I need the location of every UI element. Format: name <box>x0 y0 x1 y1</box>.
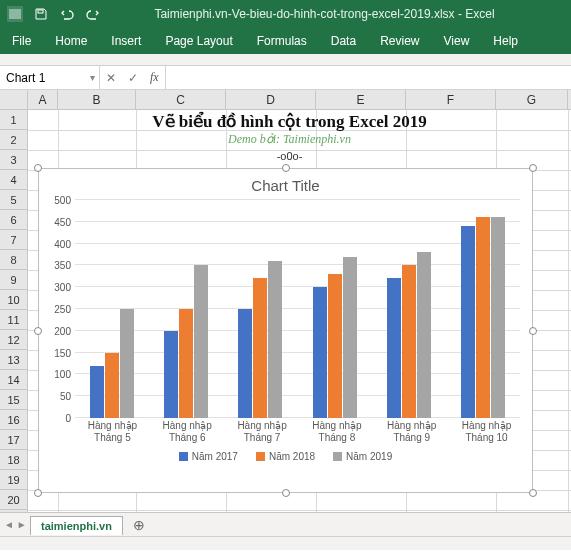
tab-view[interactable]: View <box>432 28 482 54</box>
row-header-12[interactable]: 12 <box>0 330 27 350</box>
cancel-icon[interactable]: ✕ <box>100 71 122 85</box>
bar[interactable] <box>476 217 490 418</box>
tab-page-layout[interactable]: Page Layout <box>153 28 244 54</box>
row-header-13[interactable]: 13 <box>0 350 27 370</box>
formula-bar[interactable] <box>166 66 571 89</box>
legend-swatch <box>333 452 342 461</box>
col-header-a[interactable]: A <box>28 90 58 109</box>
cells-area[interactable]: Vẽ biểu đồ hình cột trong Excel 2019 Dem… <box>28 110 571 512</box>
bar[interactable] <box>120 309 134 418</box>
row-header-20[interactable]: 20 <box>0 490 27 510</box>
row-header-8[interactable]: 8 <box>0 250 27 270</box>
col-header-c[interactable]: C <box>136 90 226 109</box>
bar-group <box>372 200 446 418</box>
bar-group <box>75 200 149 418</box>
row-header-19[interactable]: 19 <box>0 470 27 490</box>
chevron-down-icon[interactable]: ▾ <box>90 72 95 83</box>
chart-legend[interactable]: Năm 2017Năm 2018Năm 2019 <box>39 451 532 462</box>
bar[interactable] <box>417 252 431 418</box>
resize-handle[interactable] <box>529 327 537 335</box>
formula-bar-row: Chart 1 ▾ ✕ ✓ fx <box>0 66 571 90</box>
bar[interactable] <box>343 257 357 418</box>
bar[interactable] <box>402 265 416 418</box>
col-header-f[interactable]: F <box>406 90 496 109</box>
tab-insert[interactable]: Insert <box>99 28 153 54</box>
row-headers: 1234567891011121314151617181920 <box>0 110 28 512</box>
tab-formulas[interactable]: Formulas <box>245 28 319 54</box>
tab-review[interactable]: Review <box>368 28 431 54</box>
excel-app-icon <box>4 3 26 25</box>
col-header-d[interactable]: D <box>226 90 316 109</box>
svg-rect-1 <box>9 9 21 19</box>
bar[interactable] <box>194 265 208 418</box>
bar[interactable] <box>268 261 282 418</box>
col-header-g[interactable]: G <box>496 90 568 109</box>
redo-icon[interactable] <box>82 3 104 25</box>
row-header-5[interactable]: 5 <box>0 190 27 210</box>
tab-home[interactable]: Home <box>43 28 99 54</box>
row-header-1[interactable]: 1 <box>0 110 27 130</box>
bar[interactable] <box>179 309 193 418</box>
col-header-e[interactable]: E <box>316 90 406 109</box>
col-header-b[interactable]: B <box>58 90 136 109</box>
row-header-6[interactable]: 6 <box>0 210 27 230</box>
chart-title[interactable]: Chart Title <box>39 169 532 196</box>
row-header-7[interactable]: 7 <box>0 230 27 250</box>
bar-group <box>149 200 223 418</box>
undo-icon[interactable] <box>56 3 78 25</box>
save-icon[interactable] <box>30 3 52 25</box>
row-header-2[interactable]: 2 <box>0 130 27 150</box>
row-header-17[interactable]: 17 <box>0 430 27 450</box>
bar[interactable] <box>164 331 178 418</box>
tab-data[interactable]: Data <box>319 28 368 54</box>
resize-handle[interactable] <box>282 164 290 172</box>
resize-handle[interactable] <box>34 164 42 172</box>
legend-label: Năm 2017 <box>192 451 238 462</box>
legend-item[interactable]: Năm 2019 <box>333 451 392 462</box>
resize-handle[interactable] <box>529 489 537 497</box>
bar[interactable] <box>238 309 252 418</box>
row-header-14[interactable]: 14 <box>0 370 27 390</box>
doc-title: Vẽ biểu đồ hình cột trong Excel 2019 <box>28 110 551 134</box>
select-all-corner[interactable] <box>0 90 28 109</box>
x-label: Hàng nhậpTháng 7 <box>225 420 300 443</box>
bar[interactable] <box>105 353 119 418</box>
row-header-11[interactable]: 11 <box>0 310 27 330</box>
sheet-tab-active[interactable]: taimienphi.vn <box>30 516 123 535</box>
bar[interactable] <box>313 287 327 418</box>
y-tick: 100 <box>45 369 75 380</box>
legend-item[interactable]: Năm 2018 <box>256 451 315 462</box>
bar[interactable] <box>491 217 505 418</box>
row-header-15[interactable]: 15 <box>0 390 27 410</box>
add-sheet-icon[interactable]: ⊕ <box>127 517 151 533</box>
ribbon-body <box>0 54 571 66</box>
resize-handle[interactable] <box>529 164 537 172</box>
y-tick: 150 <box>45 347 75 358</box>
enter-icon[interactable]: ✓ <box>122 71 144 85</box>
bar[interactable] <box>328 274 342 418</box>
worksheet-area: A B C D E F G 12345678910111213141516171… <box>0 90 571 512</box>
row-header-16[interactable]: 16 <box>0 410 27 430</box>
row-header-18[interactable]: 18 <box>0 450 27 470</box>
resize-handle[interactable] <box>34 327 42 335</box>
bar[interactable] <box>90 366 104 418</box>
bar[interactable] <box>461 226 475 418</box>
embedded-chart[interactable]: Chart Title 0501001502002503003504004505… <box>38 168 533 493</box>
bar[interactable] <box>253 278 267 418</box>
tab-file[interactable]: File <box>0 28 43 54</box>
x-label: Hàng nhậpTháng 8 <box>299 420 374 443</box>
row-header-4[interactable]: 4 <box>0 170 27 190</box>
chart-plot-area[interactable]: 050100150200250300350400450500 <box>75 200 524 418</box>
legend-item[interactable]: Năm 2017 <box>179 451 238 462</box>
name-box[interactable]: Chart 1 ▾ <box>0 66 100 89</box>
resize-handle[interactable] <box>34 489 42 497</box>
resize-handle[interactable] <box>282 489 290 497</box>
fx-icon[interactable]: fx <box>144 70 165 85</box>
tab-help[interactable]: Help <box>481 28 530 54</box>
sheet-nav-arrows[interactable]: ◄ ► <box>4 519 27 530</box>
row-header-10[interactable]: 10 <box>0 290 27 310</box>
bar[interactable] <box>387 278 401 418</box>
doc-divider: -o0o- <box>28 150 551 162</box>
row-header-9[interactable]: 9 <box>0 270 27 290</box>
row-header-3[interactable]: 3 <box>0 150 27 170</box>
